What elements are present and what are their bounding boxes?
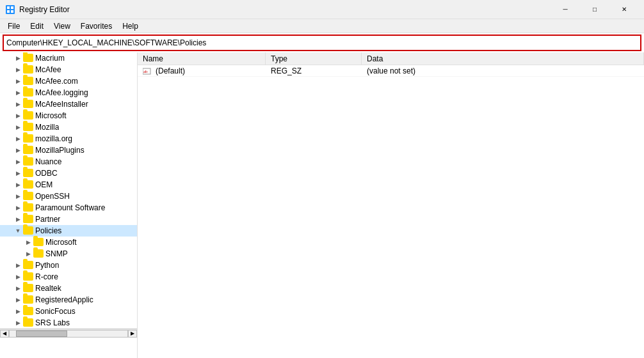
tree-item-oem[interactable]: ▶ OEM <box>0 179 137 191</box>
expander-mcafee-logging[interactable]: ▶ <box>13 88 23 98</box>
tree-item-odbc[interactable]: ▶ ODBC <box>0 167 137 179</box>
tree-pane[interactable]: ▶ Macrium ▶ McAfee ▶ McAfee.com ▶ McAfee… <box>0 52 138 358</box>
hscroll-left-btn[interactable]: ◀ <box>0 330 9 338</box>
values-pane: Name Type Data ab (Default) REG_SZ (valu… <box>138 52 644 358</box>
expander-mcafee[interactable]: ▶ <box>13 65 23 75</box>
folder-icon-sonic-focus <box>23 307 33 316</box>
expander-mozilla[interactable]: ▶ <box>13 122 23 132</box>
expander-macrium[interactable]: ▶ <box>13 53 23 63</box>
value-name-default: ab (Default) <box>138 65 266 77</box>
minimize-button[interactable]: ─ <box>551 0 580 19</box>
menu-edit[interactable]: Edit <box>25 19 49 33</box>
folder-icon-mcafee-com <box>23 77 33 86</box>
menu-favorites[interactable]: Favorites <box>76 19 117 33</box>
menu-file[interactable]: File <box>3 19 25 33</box>
folder-icon-mcafee <box>23 65 33 74</box>
expander-partner[interactable]: ▶ <box>13 214 23 224</box>
svg-rect-3 <box>7 10 10 13</box>
tree-label-r-core: R-core <box>35 272 58 281</box>
folder-icon-mozilla-plugins <box>23 146 33 155</box>
value-row-default[interactable]: ab (Default) REG_SZ (value not set) <box>138 65 644 77</box>
tree-item-mcafee-logging[interactable]: ▶ McAfee.logging <box>0 87 137 98</box>
tree-item-microsoft[interactable]: ▶ Microsoft <box>0 110 137 121</box>
app-icon <box>5 4 15 15</box>
tree-item-mcafee-com[interactable]: ▶ McAfee.com <box>0 75 137 87</box>
folder-icon-mozilla <box>23 123 33 132</box>
tree-item-python[interactable]: ▶ Python <box>0 260 137 271</box>
folder-icon-policies-microsoft <box>33 238 44 247</box>
expander-realtek[interactable]: ▶ <box>13 283 23 293</box>
tree-item-nuance[interactable]: ▶ Nuance <box>0 156 137 167</box>
maximize-button[interactable]: □ <box>580 0 609 19</box>
expander-openssh[interactable]: ▶ <box>13 191 23 201</box>
expander-paramount[interactable]: ▶ <box>13 203 23 213</box>
tree-item-registered-applic[interactable]: ▶ RegisteredApplic <box>0 294 137 306</box>
tree-item-realtek[interactable]: ▶ Realtek <box>0 283 137 294</box>
address-bar[interactable]: Computer\HKEY_LOCAL_MACHINE\SOFTWARE\Pol… <box>3 35 641 51</box>
hscroll-right-btn[interactable]: ▶ <box>128 330 137 338</box>
col-header-name[interactable]: Name <box>138 52 266 65</box>
hscroll-thumb[interactable] <box>16 331 67 337</box>
col-header-data[interactable]: Data <box>362 52 644 65</box>
tree-item-mcafee-installer[interactable]: ▶ McAfeeInstaller <box>0 98 137 110</box>
tree-item-mcafee[interactable]: ▶ McAfee <box>0 64 137 75</box>
tree-hscrollbar[interactable]: ◀ ▶ <box>0 329 137 338</box>
expander-oem[interactable]: ▶ <box>13 180 23 190</box>
window-controls: ─ □ ✕ <box>551 0 639 19</box>
expander-nuance[interactable]: ▶ <box>13 157 23 167</box>
folder-icon-microsoft <box>23 111 33 120</box>
tree-label-mcafee: McAfee <box>35 65 61 74</box>
svg-rect-4 <box>11 10 13 13</box>
expander-policies-snmp[interactable]: ▶ <box>23 249 33 259</box>
expander-odbc[interactable]: ▶ <box>13 168 23 178</box>
expander-python[interactable]: ▶ <box>13 260 23 270</box>
menu-view[interactable]: View <box>49 19 76 33</box>
folder-icon-srs-labs <box>23 318 33 327</box>
tree-item-policies[interactable]: ▼ Policies <box>0 225 137 237</box>
expander-srs-labs[interactable]: ▶ <box>13 318 23 328</box>
folder-icon-nuance <box>23 157 33 166</box>
tree-label-microsoft: Microsoft <box>35 111 67 120</box>
expander-mozilla-org[interactable]: ▶ <box>13 134 23 144</box>
expander-mcafee-com[interactable]: ▶ <box>13 76 23 86</box>
tree-item-mozilla[interactable]: ▶ Mozilla <box>0 121 137 133</box>
tree-label-policies: Policies <box>35 226 61 235</box>
tree-label-nuance: Nuance <box>35 157 61 166</box>
tree-item-openssh[interactable]: ▶ OpenSSH <box>0 191 137 202</box>
address-path: Computer\HKEY_LOCAL_MACHINE\SOFTWARE\Pol… <box>6 38 638 47</box>
hscroll-track[interactable] <box>9 330 128 338</box>
tree-item-macrium[interactable]: ▶ Macrium <box>0 52 137 64</box>
folder-icon-python <box>23 261 33 270</box>
tree-label-srs-labs: SRS Labs <box>35 318 70 327</box>
tree-item-srs-labs[interactable]: ▶ SRS Labs <box>0 317 137 329</box>
tree-item-r-core[interactable]: ▶ R-core <box>0 271 137 283</box>
expander-registered-applic[interactable]: ▶ <box>13 295 23 305</box>
menu-help[interactable]: Help <box>117 19 143 33</box>
expander-sonic-focus[interactable]: ▶ <box>13 306 23 316</box>
menu-bar: File Edit View Favorites Help <box>0 19 644 33</box>
expander-microsoft[interactable]: ▶ <box>13 111 23 121</box>
svg-rect-1 <box>7 6 10 9</box>
tree-item-sonic-focus[interactable]: ▶ SonicFocus <box>0 306 137 317</box>
folder-icon-odbc <box>23 169 33 178</box>
tree-item-mozilla-plugins[interactable]: ▶ MozillaPlugins <box>0 144 137 156</box>
close-button[interactable]: ✕ <box>609 0 639 19</box>
tree-label-macrium: Macrium <box>35 54 65 63</box>
tree-label-mozilla-plugins: MozillaPlugins <box>35 146 85 155</box>
col-header-type[interactable]: Type <box>266 52 362 65</box>
main-content: ▶ Macrium ▶ McAfee ▶ McAfee.com ▶ McAfee… <box>0 52 644 358</box>
tree-item-policies-microsoft[interactable]: ▶ Microsoft <box>0 237 137 248</box>
tree-item-policies-snmp[interactable]: ▶ SNMP <box>0 248 137 260</box>
folder-icon-r-core <box>23 272 33 281</box>
expander-r-core[interactable]: ▶ <box>13 272 23 282</box>
tree-label-oem: OEM <box>35 180 52 189</box>
expander-mcafee-installer[interactable]: ▶ <box>13 99 23 109</box>
expander-policies-microsoft[interactable]: ▶ <box>23 237 33 247</box>
tree-item-mozilla-org[interactable]: ▶ mozilla.org <box>0 133 137 144</box>
expander-policies[interactable]: ▼ <box>13 226 23 236</box>
expander-mozilla-plugins[interactable]: ▶ <box>13 145 23 155</box>
tree-item-partner[interactable]: ▶ Partner <box>0 214 137 225</box>
folder-icon-paramount <box>23 203 33 212</box>
title-bar: Registry Editor ─ □ ✕ <box>0 0 644 19</box>
tree-item-paramount[interactable]: ▶ Paramount Software <box>0 202 137 214</box>
